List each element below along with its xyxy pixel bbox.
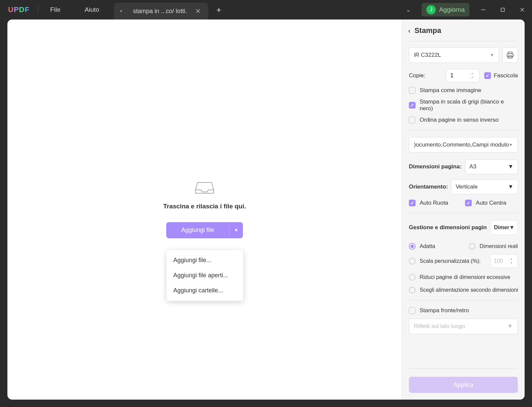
chevron-down-icon: ▼ (509, 143, 513, 147)
shrink-label: Riduci pagine di dimensioni eccessive (420, 274, 510, 280)
svg-rect-1 (501, 8, 504, 11)
back-icon[interactable]: ‹ (408, 27, 411, 35)
auto-rotate-checkbox[interactable] (409, 200, 416, 206)
tray-icon (195, 181, 214, 195)
collate-checkbox[interactable] (484, 72, 491, 79)
copies-down[interactable]: ▼ (469, 76, 475, 80)
add-file-dropdown: Aggiungi file... Aggiungi file aperti...… (167, 250, 243, 301)
tab-dropdown-icon[interactable]: ▾ (120, 9, 122, 13)
drop-area[interactable]: Trascina e rilascia i file qui. Aggiungi… (7, 19, 402, 400)
custom-scale-input: 100 ▲▼ (490, 254, 518, 268)
reverse-order-label: Ordina pagine in senso inverso (420, 117, 498, 123)
orientation-select[interactable]: Verticale ▼ (451, 179, 518, 194)
tab-title: stampa in ...co/ lotti. (126, 8, 194, 15)
dropdown-add-open-files[interactable]: Aggiungi file aperti... (167, 268, 243, 283)
add-file-label[interactable]: Aggiungi file (166, 222, 229, 238)
auto-center-checkbox[interactable] (465, 200, 472, 206)
dropdown-add-folders[interactable]: Aggiungi cartelle... (167, 283, 243, 298)
orientation-label: Orientamento: (409, 184, 448, 190)
document-tab[interactable]: ▾ stampa in ...co/ lotti. ✕ (114, 3, 208, 19)
user-update-button[interactable]: J Aggiorna (422, 3, 469, 16)
custom-scale-label: Scala personalizzata (%): (420, 258, 481, 264)
actual-size-label: Dimensioni reali (480, 243, 518, 249)
chevron-down-icon: ▼ (508, 163, 513, 170)
new-tab-button[interactable]: + (208, 5, 229, 15)
print-as-image-label: Stampa come immagine (420, 87, 481, 94)
titlebar: UPDF File Aiuto ▾ stampa in ...co/ lotti… (0, 0, 532, 19)
tab-close-icon[interactable]: ✕ (194, 7, 202, 15)
handling-select[interactable]: Dimer ▼ (490, 220, 518, 235)
content-type-select[interactable]: )ocumento,Commento,Campi modulo ▼ (409, 137, 518, 153)
page-size-label: Dimensioni pagina: (409, 163, 462, 170)
minimize-button[interactable] (473, 0, 493, 19)
page-size-select[interactable]: A3 ▼ (465, 159, 518, 174)
tabs-overflow-icon[interactable]: ⌄ (399, 6, 418, 13)
collate-label: Fascicola (494, 72, 518, 79)
main-body: Trascina e rilascia i file qui. Aggiungi… (7, 19, 525, 400)
print-as-image-checkbox[interactable] (409, 87, 416, 94)
actual-size-radio[interactable] (469, 243, 475, 250)
fit-radio[interactable] (409, 243, 416, 250)
copies-field[interactable] (446, 72, 469, 79)
chevron-down-icon: ▼ (509, 225, 515, 231)
print-panel: ‹ Stampa iR C3222L ▼ Copie: (402, 19, 525, 400)
custom-scale-radio[interactable] (409, 258, 416, 264)
user-avatar: J (426, 5, 436, 14)
handling-label: Gestione e dimensioni pagin (409, 224, 487, 231)
auto-rotate-label: Auto Ruota (420, 200, 448, 206)
copies-label: Copie: (409, 72, 425, 79)
add-file-button[interactable]: Aggiungi file ▾ (166, 222, 243, 238)
apply-button[interactable]: Applica (409, 377, 518, 393)
grayscale-label: Stampa in scala di grigi (bianco e nero) (420, 98, 518, 112)
chevron-down-icon: ▼ (508, 184, 513, 190)
user-label: Aggiorna (439, 6, 465, 13)
fit-label: Adatta (420, 243, 435, 249)
close-button[interactable] (512, 0, 532, 19)
choose-source-radio[interactable] (409, 287, 416, 293)
add-file-dropdown-icon[interactable]: ▾ (229, 222, 243, 238)
shrink-radio[interactable] (409, 274, 416, 281)
menu-help[interactable]: Aiuto (73, 6, 111, 13)
printer-icon (506, 51, 514, 59)
grayscale-checkbox[interactable] (409, 102, 416, 109)
chevron-down-icon: ▼ (507, 323, 513, 330)
app-logo: UPDF (0, 5, 38, 14)
chevron-down-icon: ▼ (490, 53, 494, 57)
panel-title: Stampa (415, 26, 441, 35)
menu-file[interactable]: File (38, 6, 73, 13)
copies-input[interactable]: ▲▼ (446, 69, 480, 82)
maximize-button[interactable] (493, 0, 512, 19)
flip-select: Rifletti sul lato lungo ▼ (409, 319, 518, 334)
drop-text: Trascina e rilascia i file qui. (163, 203, 246, 210)
dropdown-add-files[interactable]: Aggiungi file... (167, 253, 243, 268)
duplex-checkbox[interactable] (409, 307, 416, 314)
copies-up[interactable]: ▲ (469, 72, 475, 76)
reverse-order-checkbox[interactable] (409, 117, 416, 123)
choose-source-label: Scegli alimentazione secondo dimensioni … (420, 287, 518, 293)
printer-properties-button[interactable] (502, 47, 518, 63)
printer-select[interactable]: iR C3222L ▼ (409, 47, 499, 63)
auto-center-label: Auto Centra (476, 200, 506, 206)
duplex-label: Stampa fronte/retro (420, 307, 469, 314)
